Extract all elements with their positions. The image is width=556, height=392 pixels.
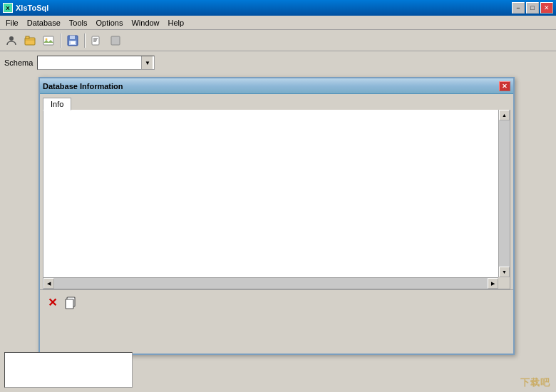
scroll-track-horizontal (54, 278, 488, 289)
title-buttons: − □ ✕ (512, 2, 553, 14)
toolbar (0, 30, 556, 51)
tab-strip: Info (40, 94, 513, 110)
tab-content-area: ▲ ▼ ◀ ▶ (43, 110, 510, 289)
copy-button[interactable] (63, 295, 78, 311)
delete-icon: ✕ (48, 296, 57, 309)
menu-file[interactable]: File (1, 17, 23, 29)
image-icon-btn[interactable] (40, 33, 57, 48)
svg-rect-10 (111, 36, 120, 45)
svg-rect-9 (92, 36, 99, 45)
app-title: XlsToSql (16, 4, 48, 12)
separator-2 (84, 33, 86, 48)
menu-help[interactable]: Help (164, 17, 189, 29)
bottom-panel (4, 352, 133, 388)
delete-button[interactable]: ✕ (44, 295, 60, 311)
main-area: Schema ▼ Database Information ✕ Info ▲ ▼ (0, 51, 556, 392)
menu-window[interactable]: Window (127, 17, 163, 29)
scroll-track-vertical (499, 120, 510, 267)
close-button[interactable]: ✕ (540, 2, 553, 14)
scroll-corner (498, 277, 510, 289)
svg-rect-13 (66, 300, 73, 308)
dialog-close-button[interactable]: ✕ (499, 81, 510, 91)
svg-rect-6 (70, 36, 75, 39)
database-info-dialog: Database Information ✕ Info ▲ ▼ ◀ ▶ (38, 77, 515, 355)
app-icon: X (3, 3, 13, 13)
minimize-button[interactable]: − (512, 2, 525, 14)
scroll-left-button[interactable]: ◀ (43, 278, 54, 289)
menu-options[interactable]: Options (92, 17, 128, 29)
separator-1 (60, 33, 61, 48)
menu-database[interactable]: Database (23, 17, 65, 29)
schema-row: Schema ▼ (4, 56, 552, 70)
schema-combo[interactable]: ▼ (37, 56, 155, 70)
open-icon-btn[interactable] (21, 33, 38, 48)
user-icon-btn[interactable] (3, 33, 20, 48)
menu-tools[interactable]: Tools (65, 17, 92, 29)
copy-icon (64, 296, 77, 309)
stop-icon-btn[interactable] (107, 33, 124, 48)
dialog-title-bar: Database Information ✕ (40, 78, 513, 94)
title-bar: X XlsToSql − □ ✕ (0, 0, 556, 16)
scroll-up-button[interactable]: ▲ (499, 110, 510, 120)
dialog-toolbar: ✕ (40, 289, 513, 315)
run-icon-btn[interactable] (88, 33, 105, 48)
save-icon-btn[interactable] (64, 33, 81, 48)
svg-rect-8 (71, 41, 75, 44)
tab-info[interactable]: Info (43, 98, 71, 110)
info-content (43, 110, 498, 277)
schema-label: Schema (4, 58, 33, 67)
vertical-scrollbar[interactable]: ▲ ▼ (498, 110, 510, 277)
scroll-down-button[interactable]: ▼ (499, 267, 510, 277)
dialog-title: Database Information (43, 82, 123, 91)
scroll-right-button[interactable]: ▶ (488, 278, 498, 289)
horizontal-scrollbar[interactable]: ◀ ▶ (43, 277, 498, 289)
schema-combo-arrow[interactable]: ▼ (141, 56, 153, 69)
title-bar-left: X XlsToSql (3, 3, 48, 13)
watermark: 下载吧 (520, 376, 550, 389)
maximize-button[interactable]: □ (526, 2, 539, 14)
svg-rect-3 (43, 36, 53, 45)
svg-point-0 (9, 36, 14, 41)
menu-bar: File Database Tools Options Window Help (0, 16, 556, 30)
svg-rect-2 (26, 36, 29, 38)
